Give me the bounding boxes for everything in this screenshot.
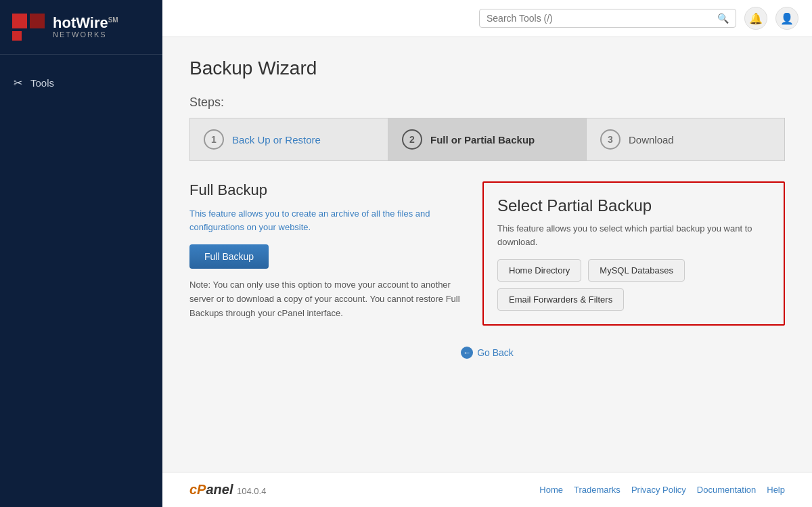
search-icon-button[interactable]: 🔍 (717, 13, 729, 24)
full-backup-desc: This feature allows you to create an arc… (189, 207, 462, 234)
sidebar-item-label: Tools (30, 77, 54, 89)
footer-link-home[interactable]: Home (539, 485, 563, 495)
logo-text: hotWireSM NETWORKS (53, 16, 118, 39)
step-2-num: 2 (402, 129, 422, 150)
step-1-num: 1 (204, 129, 224, 150)
footer-link-trademarks[interactable]: Trademarks (574, 485, 621, 495)
partial-backup-buttons: Home Directory MySQL Databases Email For… (497, 259, 770, 311)
step-1-label: Back Up or Restore (232, 134, 321, 146)
cpanel-logo: cPanel (189, 482, 237, 497)
footer-brand: cPanel 104.0.4 (189, 482, 266, 498)
step-1[interactable]: 1 Back Up or Restore (190, 118, 388, 160)
cpanel-anel: anel (206, 482, 233, 497)
user-icon[interactable]: 👤 (775, 7, 798, 30)
two-col-layout: Full Backup This feature allows you to c… (189, 181, 785, 326)
tools-icon: ✂ (14, 76, 22, 89)
step-2-label: Full or Partial Backup (430, 134, 535, 146)
logo-hot: hotWire (53, 14, 108, 31)
footer-link-help[interactable]: Help (767, 485, 785, 495)
logo-hotwire-text: hotWireSM (53, 16, 118, 30)
partial-email-button[interactable]: Email Forwarders & Filters (497, 288, 624, 311)
search-box[interactable]: 🔍 (479, 9, 736, 28)
main-content: 🔍 🔔 👤 Backup Wizard Steps: 1 Back Up or … (162, 0, 812, 507)
logo-sq-red-1 (12, 14, 27, 28)
footer: cPanel 104.0.4 Home Trademarks Privacy P… (162, 472, 812, 507)
go-back-label: Go Back (477, 347, 514, 358)
logo-sq-dark-1 (30, 14, 45, 28)
partial-backup-desc: This feature allows you to select which … (497, 222, 770, 248)
page-content: Backup Wizard Steps: 1 Back Up or Restor… (162, 37, 812, 472)
step-3-label: Download (629, 134, 674, 146)
footer-link-privacy[interactable]: Privacy Policy (631, 485, 686, 495)
footer-links: Home Trademarks Privacy Policy Documenta… (539, 485, 785, 495)
go-back-row: ← Go Back (189, 346, 785, 359)
notification-icon[interactable]: 🔔 (744, 7, 767, 30)
partial-home-directory-button[interactable]: Home Directory (497, 259, 581, 282)
full-backup-note: Note: You can only use this option to mo… (189, 278, 462, 320)
step-2[interactable]: 2 Full or Partial Backup (388, 118, 587, 160)
go-back-link[interactable]: ← Go Back (461, 347, 514, 359)
note-text-content: Note: You can only use this option to mo… (189, 280, 460, 318)
go-back-icon: ← (461, 347, 473, 359)
logo-networks-text: NETWORKS (53, 30, 118, 39)
full-backup-title: Full Backup (189, 181, 462, 199)
step-3[interactable]: 3 Download (587, 118, 784, 160)
logo-sm: SM (108, 16, 118, 24)
page-title: Backup Wizard (189, 58, 785, 79)
logo-area: hotWireSM NETWORKS (0, 0, 162, 55)
steps-label: Steps: (189, 95, 785, 110)
full-backup-button[interactable]: Full Backup (189, 244, 269, 269)
partial-backup-title: Select Partial Backup (497, 196, 770, 215)
search-input[interactable] (487, 13, 712, 24)
sidebar-item-tools[interactable]: ✂ Tools (0, 68, 162, 97)
topbar: 🔍 🔔 👤 (162, 0, 812, 37)
full-backup-section: Full Backup This feature allows you to c… (189, 181, 462, 320)
footer-link-docs[interactable]: Documentation (697, 485, 756, 495)
logo-graphic (12, 14, 45, 41)
sidebar-nav: ✂ Tools (0, 55, 162, 111)
partial-mysql-button[interactable]: MySQL Databases (588, 259, 685, 282)
step-3-num: 3 (600, 129, 621, 150)
cpanel-cp: cP (189, 482, 206, 497)
steps-bar: 1 Back Up or Restore 2 Full or Partial B… (189, 118, 785, 161)
logo-sq-small (12, 31, 22, 41)
sidebar: hotWireSM NETWORKS ✂ Tools (0, 0, 162, 507)
partial-backup-section: Select Partial Backup This feature allow… (482, 181, 785, 326)
cpanel-version: 104.0.4 (237, 486, 266, 496)
